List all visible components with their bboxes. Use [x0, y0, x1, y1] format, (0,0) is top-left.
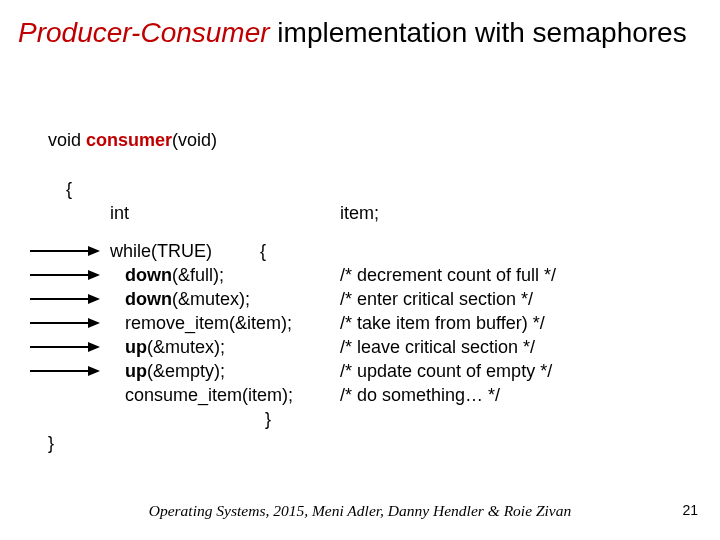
code-row: while(TRUE){ [28, 239, 556, 263]
comment-cell: /* update count of empty */ [340, 359, 552, 383]
decl-int: int [110, 201, 340, 225]
svg-marker-11 [88, 366, 100, 376]
fn-name: consumer [86, 130, 172, 150]
code-cell: consume_item(item); [110, 383, 340, 407]
svg-marker-1 [88, 246, 100, 256]
svg-marker-7 [88, 318, 100, 328]
arrow-cell [28, 364, 110, 378]
code-row: } [28, 407, 556, 431]
comment-cell: /* do something… */ [340, 383, 500, 407]
comment-cell: /* enter critical section */ [340, 287, 533, 311]
svg-marker-3 [88, 270, 100, 280]
code-row: consume_item(item);/* do something… */ [28, 383, 556, 407]
arrow-cell [28, 292, 110, 306]
arrow-cell [28, 316, 110, 330]
code-block: void consumer(void) { int item; while(TR… [28, 104, 556, 455]
code-lines: while(TRUE){ down(&full);/* decrement co… [28, 239, 556, 431]
code-cell: } [110, 407, 340, 431]
code-cell: up(&mutex); [110, 335, 340, 359]
code-cell: down(&full); [110, 263, 340, 287]
arrow-cell [28, 340, 110, 354]
arrow-icon [28, 340, 102, 354]
comment-cell: /* decrement count of full */ [340, 263, 556, 287]
brace-close: } [28, 431, 556, 455]
comment-cell: /* take item from buffer) */ [340, 311, 545, 335]
code-row: up(&empty);/* update count of empty */ [28, 359, 556, 383]
svg-marker-9 [88, 342, 100, 352]
comment-cell: /* leave critical section */ [340, 335, 535, 359]
code-row: down(&full);/* decrement count of full *… [28, 263, 556, 287]
title-producer-consumer: Producer-Consumer [18, 17, 270, 48]
arrow-icon [28, 244, 102, 258]
arrow-icon [28, 292, 102, 306]
arrow-icon [28, 268, 102, 282]
spacer [28, 225, 556, 239]
footer-credits: Operating Systems, 2015, Meni Adler, Dan… [0, 502, 720, 520]
code-row: down(&mutex);/* enter critical section *… [28, 287, 556, 311]
page-number: 21 [682, 502, 698, 518]
brace-open: { [28, 177, 556, 201]
decl-row: int item; [28, 201, 556, 225]
code-cell: while(TRUE){ [110, 239, 340, 263]
code-row: up(&mutex);/* leave critical section */ [28, 335, 556, 359]
arrow-icon [28, 364, 102, 378]
fn-params: (void) [172, 130, 217, 150]
arrow-cell [28, 268, 110, 282]
slide-title: Producer-Consumer implementation with se… [0, 0, 720, 50]
fn-signature: void consumer(void) [28, 104, 556, 177]
code-cell: down(&mutex); [110, 287, 340, 311]
code-cell: up(&empty); [110, 359, 340, 383]
title-rest: implementation with semaphores [270, 17, 687, 48]
code-cell: remove_item(&item); [110, 311, 340, 335]
decl-item: item; [340, 201, 379, 225]
kw-void: void [48, 130, 86, 150]
arrow-icon [28, 316, 102, 330]
svg-marker-5 [88, 294, 100, 304]
arrow-cell [28, 244, 110, 258]
code-row: remove_item(&item);/* take item from buf… [28, 311, 556, 335]
